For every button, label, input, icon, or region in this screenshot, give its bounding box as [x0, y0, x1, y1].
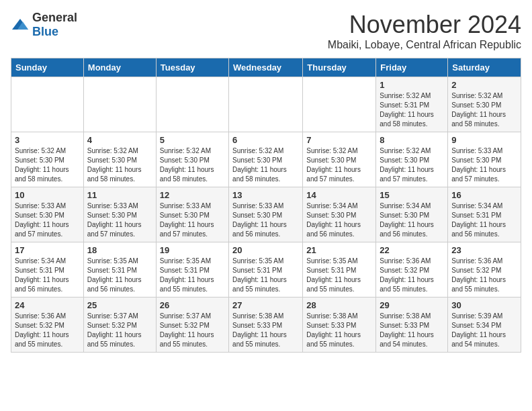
day-info: Sunrise: 5:35 AMSunset: 5:31 PMDaylight:…	[87, 257, 142, 293]
day-info: Sunrise: 5:32 AMSunset: 5:30 PMDaylight:…	[451, 92, 506, 128]
day-info: Sunrise: 5:37 AMSunset: 5:32 PMDaylight:…	[160, 312, 214, 348]
day-info: Sunrise: 5:33 AMSunset: 5:30 PMDaylight:…	[87, 202, 142, 238]
day-number: 27	[232, 300, 299, 310]
day-info: Sunrise: 5:36 AMSunset: 5:32 PMDaylight:…	[451, 257, 506, 293]
calendar-week-row: 10 Sunrise: 5:33 AMSunset: 5:30 PMDaylig…	[11, 187, 521, 242]
weekday-header-tuesday: Tuesday	[156, 58, 228, 77]
title-block: November 2024 Mbaiki, Lobaye, Central Af…	[328, 11, 521, 51]
day-number: 14	[306, 190, 372, 200]
calendar-cell: 28 Sunrise: 5:38 AMSunset: 5:33 PMDaylig…	[303, 298, 376, 353]
day-info: Sunrise: 5:32 AMSunset: 5:31 PMDaylight:…	[380, 92, 434, 128]
day-info: Sunrise: 5:33 AMSunset: 5:30 PMDaylight:…	[15, 202, 69, 238]
weekday-header-saturday: Saturday	[448, 58, 521, 77]
day-number: 3	[15, 135, 80, 145]
day-number: 18	[87, 245, 152, 255]
day-info: Sunrise: 5:36 AMSunset: 5:32 PMDaylight:…	[380, 257, 434, 293]
day-info: Sunrise: 5:32 AMSunset: 5:30 PMDaylight:…	[306, 147, 361, 183]
calendar-cell	[156, 77, 228, 132]
calendar-cell: 15 Sunrise: 5:34 AMSunset: 5:30 PMDaylig…	[376, 187, 448, 242]
calendar-cell: 13 Sunrise: 5:33 AMSunset: 5:30 PMDaylig…	[229, 187, 303, 242]
day-number: 6	[232, 135, 299, 145]
day-number: 22	[380, 245, 444, 255]
day-info: Sunrise: 5:32 AMSunset: 5:30 PMDaylight:…	[160, 147, 214, 183]
calendar-cell: 18 Sunrise: 5:35 AMSunset: 5:31 PMDaylig…	[83, 242, 156, 298]
calendar-cell: 30 Sunrise: 5:39 AMSunset: 5:34 PMDaylig…	[448, 298, 521, 353]
calendar-week-row: 24 Sunrise: 5:36 AMSunset: 5:32 PMDaylig…	[11, 298, 521, 353]
calendar-cell: 27 Sunrise: 5:38 AMSunset: 5:33 PMDaylig…	[229, 298, 303, 353]
day-info: Sunrise: 5:32 AMSunset: 5:30 PMDaylight:…	[380, 147, 434, 183]
logo: General Blue	[11, 11, 77, 39]
weekday-header-sunday: Sunday	[11, 58, 84, 77]
day-number: 4	[87, 135, 152, 145]
calendar-cell	[303, 77, 376, 132]
day-number: 13	[232, 190, 299, 200]
day-number: 26	[160, 300, 225, 310]
day-number: 9	[451, 135, 517, 145]
calendar-week-row: 17 Sunrise: 5:34 AMSunset: 5:31 PMDaylig…	[11, 242, 521, 298]
day-number: 20	[232, 245, 299, 255]
calendar-cell: 29 Sunrise: 5:38 AMSunset: 5:33 PMDaylig…	[376, 298, 448, 353]
calendar-cell: 24 Sunrise: 5:36 AMSunset: 5:32 PMDaylig…	[11, 298, 84, 353]
day-number: 19	[160, 245, 225, 255]
calendar-cell: 22 Sunrise: 5:36 AMSunset: 5:32 PMDaylig…	[376, 242, 448, 298]
day-number: 1	[380, 80, 444, 90]
day-number: 17	[15, 245, 80, 255]
day-info: Sunrise: 5:32 AMSunset: 5:30 PMDaylight:…	[87, 147, 142, 183]
day-number: 23	[451, 245, 517, 255]
calendar-cell: 20 Sunrise: 5:35 AMSunset: 5:31 PMDaylig…	[229, 242, 303, 298]
day-info: Sunrise: 5:38 AMSunset: 5:33 PMDaylight:…	[306, 312, 361, 348]
day-number: 28	[306, 300, 372, 310]
day-info: Sunrise: 5:34 AMSunset: 5:31 PMDaylight:…	[15, 257, 69, 293]
calendar-cell: 16 Sunrise: 5:34 AMSunset: 5:31 PMDaylig…	[448, 187, 521, 242]
weekday-header-thursday: Thursday	[303, 58, 376, 77]
day-number: 11	[87, 190, 152, 200]
month-title: November 2024	[328, 11, 521, 39]
calendar-cell	[83, 77, 156, 132]
calendar-cell: 10 Sunrise: 5:33 AMSunset: 5:30 PMDaylig…	[11, 187, 84, 242]
calendar-week-row: 1 Sunrise: 5:32 AMSunset: 5:31 PMDayligh…	[11, 77, 521, 132]
day-info: Sunrise: 5:33 AMSunset: 5:30 PMDaylight:…	[232, 202, 287, 238]
calendar-cell	[229, 77, 303, 132]
day-number: 7	[306, 135, 372, 145]
day-info: Sunrise: 5:32 AMSunset: 5:30 PMDaylight:…	[15, 147, 69, 183]
calendar-cell: 7 Sunrise: 5:32 AMSunset: 5:30 PMDayligh…	[303, 132, 376, 187]
calendar-cell: 5 Sunrise: 5:32 AMSunset: 5:30 PMDayligh…	[156, 132, 228, 187]
day-number: 29	[380, 300, 444, 310]
calendar-cell: 6 Sunrise: 5:32 AMSunset: 5:30 PMDayligh…	[229, 132, 303, 187]
calendar-cell: 9 Sunrise: 5:33 AMSunset: 5:30 PMDayligh…	[448, 132, 521, 187]
day-info: Sunrise: 5:35 AMSunset: 5:31 PMDaylight:…	[232, 257, 287, 293]
calendar-cell: 25 Sunrise: 5:37 AMSunset: 5:32 PMDaylig…	[83, 298, 156, 353]
weekday-header-row: SundayMondayTuesdayWednesdayThursdayFrid…	[11, 58, 521, 77]
calendar-cell: 21 Sunrise: 5:35 AMSunset: 5:31 PMDaylig…	[303, 242, 376, 298]
day-number: 5	[160, 135, 225, 145]
day-info: Sunrise: 5:32 AMSunset: 5:30 PMDaylight:…	[232, 147, 287, 183]
calendar-cell: 23 Sunrise: 5:36 AMSunset: 5:32 PMDaylig…	[448, 242, 521, 298]
calendar-cell: 26 Sunrise: 5:37 AMSunset: 5:32 PMDaylig…	[156, 298, 228, 353]
day-number: 2	[451, 80, 517, 90]
calendar-table: SundayMondayTuesdayWednesdayThursdayFrid…	[11, 58, 521, 353]
calendar-cell: 3 Sunrise: 5:32 AMSunset: 5:30 PMDayligh…	[11, 132, 84, 187]
day-info: Sunrise: 5:37 AMSunset: 5:32 PMDaylight:…	[87, 312, 142, 348]
calendar-cell: 4 Sunrise: 5:32 AMSunset: 5:30 PMDayligh…	[83, 132, 156, 187]
day-number: 10	[15, 190, 80, 200]
day-info: Sunrise: 5:35 AMSunset: 5:31 PMDaylight:…	[160, 257, 214, 293]
page-header: General Blue November 2024 Mbaiki, Lobay…	[11, 11, 521, 51]
day-number: 30	[451, 300, 517, 310]
logo-icon	[11, 17, 30, 32]
calendar-cell: 11 Sunrise: 5:33 AMSunset: 5:30 PMDaylig…	[83, 187, 156, 242]
day-info: Sunrise: 5:33 AMSunset: 5:30 PMDaylight:…	[451, 147, 506, 183]
calendar-cell: 14 Sunrise: 5:34 AMSunset: 5:30 PMDaylig…	[303, 187, 376, 242]
calendar-week-row: 3 Sunrise: 5:32 AMSunset: 5:30 PMDayligh…	[11, 132, 521, 187]
day-number: 21	[306, 245, 372, 255]
day-number: 12	[160, 190, 225, 200]
day-info: Sunrise: 5:34 AMSunset: 5:30 PMDaylight:…	[306, 202, 361, 238]
day-info: Sunrise: 5:39 AMSunset: 5:34 PMDaylight:…	[451, 312, 506, 348]
logo-blue: Blue	[32, 25, 58, 38]
calendar-cell: 12 Sunrise: 5:33 AMSunset: 5:30 PMDaylig…	[156, 187, 228, 242]
weekday-header-friday: Friday	[376, 58, 448, 77]
day-number: 25	[87, 300, 152, 310]
weekday-header-wednesday: Wednesday	[229, 58, 303, 77]
day-info: Sunrise: 5:33 AMSunset: 5:30 PMDaylight:…	[160, 202, 214, 238]
calendar-cell: 17 Sunrise: 5:34 AMSunset: 5:31 PMDaylig…	[11, 242, 84, 298]
calendar-cell: 2 Sunrise: 5:32 AMSunset: 5:30 PMDayligh…	[448, 77, 521, 132]
